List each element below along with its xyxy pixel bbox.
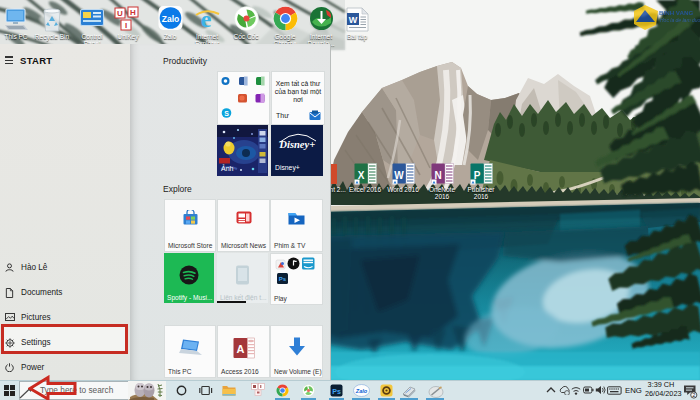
svg-text:BINH VANG: BINH VANG (659, 9, 693, 16)
svg-text:S: S (224, 110, 229, 117)
svg-text:Ps: Ps (279, 276, 287, 282)
svg-text:H: H (130, 8, 136, 17)
svg-text:A: A (237, 342, 245, 354)
svg-text:P: P (474, 170, 481, 181)
svg-text:U: U (117, 9, 123, 18)
svg-text:2: 2 (692, 392, 695, 398)
svg-text:N: N (434, 170, 441, 181)
svg-text:W: W (394, 170, 404, 181)
svg-text:W: W (349, 15, 358, 25)
svg-text:I: I (125, 21, 127, 30)
svg-text:Hoc la de lam duoc: Hoc la de lam duoc (660, 17, 700, 23)
svg-text:e: e (201, 6, 212, 32)
svg-text:Zalo: Zalo (355, 388, 368, 394)
svg-text:X: X (358, 170, 365, 181)
svg-text:Ps: Ps (332, 388, 341, 395)
svg-text:Zalo: Zalo (162, 14, 179, 24)
